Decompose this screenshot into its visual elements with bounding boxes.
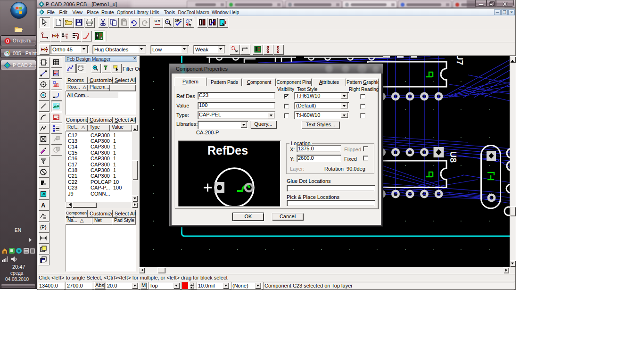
- svg-text:U8: U8: [448, 151, 458, 163]
- svg-text:RefDes: RefDes: [207, 144, 248, 157]
- svg-text:U7: U7: [455, 56, 465, 65]
- svg-text:{P}: {P}: [40, 225, 47, 230]
- svg-text:A: A: [41, 202, 46, 209]
